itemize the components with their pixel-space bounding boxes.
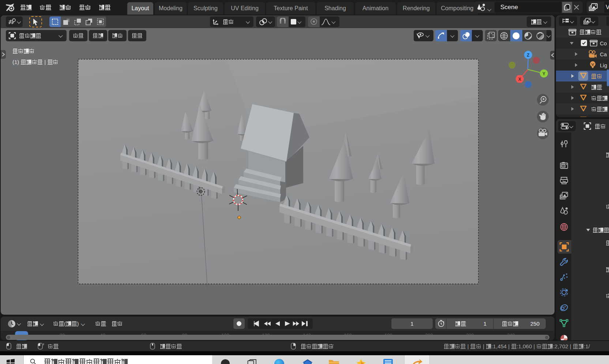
- svg-text:Z: Z: [527, 53, 529, 58]
- svg-text:Y: Y: [542, 71, 545, 76]
- svg-text:X: X: [518, 77, 521, 82]
